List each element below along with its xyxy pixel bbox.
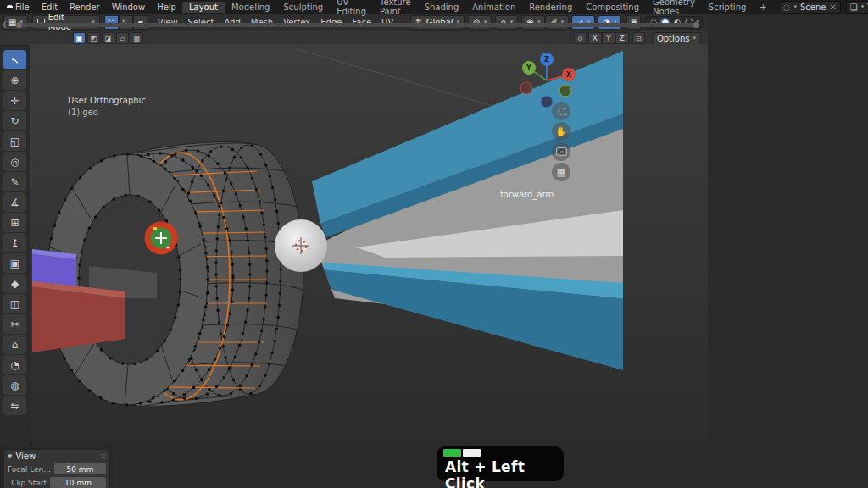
workspace-tab-scripting[interactable]: Scripting [702, 2, 753, 13]
workspace-tab-uv-editing[interactable]: UV Editing [330, 0, 373, 17]
scene-name: Scene [800, 3, 826, 12]
workspace-tab-animation[interactable]: Animation [465, 2, 522, 13]
view-section-title[interactable]: View [15, 452, 36, 461]
viewlayer-icon: ❏ [850, 3, 858, 12]
mirror-y-button[interactable]: Y [602, 32, 615, 44]
workspace-tab-sculpting[interactable]: Sculpting [276, 2, 330, 13]
timeline-scrollbar[interactable] [19, 23, 697, 27]
focal-length-field[interactable]: 50 mm [54, 463, 106, 474]
workspace-tab-compositing[interactable]: Compositing [579, 2, 646, 13]
camera-icon [556, 147, 567, 156]
camera-view-button[interactable] [552, 142, 570, 161]
workspace-add-button[interactable]: + [753, 2, 773, 13]
menu-window[interactable]: Window [106, 3, 151, 12]
keypress-tooltip: Alt + Left Click [437, 446, 564, 481]
tool-inset-faces[interactable]: ▣ [3, 253, 26, 273]
pan-nav-button[interactable]: ✋ [552, 122, 570, 141]
tool-cursor[interactable]: ⊕ [3, 70, 26, 90]
key-indicator-active [443, 449, 461, 457]
menu-edit[interactable]: Edit [36, 3, 64, 12]
active-object-name: (1) geo [68, 107, 146, 119]
menu-render[interactable]: Render [64, 3, 106, 12]
mirror-x-button[interactable]: X [588, 32, 602, 44]
toolbar: ↖ ⊕ ✛ ↻ ◱ ◎ ✎ ∡ ⊞ ↥ ▣ ◆ ◫ ✂ ⌂ ◔ ◍ ⇋ [0, 46, 31, 447]
zoom-nav-button[interactable] [552, 102, 570, 120]
tool-annotate[interactable]: ✎ [3, 172, 26, 191]
scene-selector[interactable]: ◌▾ Scene ✕ [779, 1, 841, 14]
workspace-tab-modeling[interactable]: Modeling [225, 2, 277, 13]
ortho-toggle-button[interactable]: ▦ [552, 163, 570, 181]
key-indicator [463, 449, 481, 457]
viewport-overlay-text: User Orthographic (1) geo [68, 95, 146, 119]
tool-spin[interactable]: ◔ [3, 355, 26, 374]
svg-text:Z: Z [544, 56, 549, 64]
select-mode-new-button[interactable]: ▣ [73, 32, 86, 44]
workspace-tab-shading[interactable]: Shading [418, 2, 466, 13]
mirror-z-button[interactable]: Z [615, 32, 629, 44]
tool-scale[interactable]: ◱ [3, 131, 26, 151]
region-expand-arrow[interactable]: ❮ [2, 20, 8, 28]
scene-icon: ◌ [783, 3, 791, 12]
snap-target-icon[interactable]: ⊡ [632, 32, 645, 44]
select-mode-intersect-button[interactable]: ▦ [131, 32, 143, 44]
workspace-tab-rendering[interactable]: Rendering [522, 2, 579, 13]
transform-pivot-icon[interactable]: ⊙ [574, 32, 587, 44]
tool-add-cube[interactable]: ⊞ [3, 213, 26, 232]
tool-bevel[interactable]: ◆ [3, 274, 26, 293]
svg-text:Y: Y [526, 64, 531, 72]
tool-smooth[interactable]: ◍ [3, 375, 26, 395]
select-mode-subtract-button[interactable]: ◪ [102, 32, 114, 44]
pin-icon[interactable]: ✕ [829, 3, 836, 12]
bone-name-label: forward_arm [500, 190, 554, 199]
clip-start-field[interactable]: 10 mm [50, 477, 106, 488]
menu-help[interactable]: Help [151, 3, 182, 12]
select-mode-extend-button[interactable]: ◩ [87, 32, 100, 44]
topbar: File Edit Render Window Help Layout Mode… [0, 0, 868, 14]
magnifier-icon [558, 108, 565, 115]
n-panel: ▼View:::: Focal Len... 50 mm Clip Start … [0, 447, 113, 488]
viewlayer-selector[interactable]: ❏▾ ViewLayer ✕ [846, 1, 868, 14]
tool-move[interactable]: ✛ [3, 91, 26, 110]
tool-transform[interactable]: ◎ [3, 152, 26, 171]
view-name: User Orthographic [68, 95, 146, 107]
view-section: ▼View:::: Focal Len... 50 mm Clip Start … [4, 450, 109, 488]
tool-loop-cut[interactable]: ◫ [3, 294, 26, 313]
select-mode-invert-button[interactable]: ▱ [116, 32, 129, 44]
tool-rotate[interactable]: ↻ [3, 111, 26, 130]
tooltip-text: Alt + Left Click [445, 458, 564, 488]
tool-edge-slide[interactable]: ⇋ [3, 396, 26, 415]
brush-ring [147, 225, 175, 252]
tool-extrude-region[interactable]: ↥ [3, 233, 26, 252]
menu-file[interactable]: File [9, 3, 36, 12]
workspace-tab-layout[interactable]: Layout [182, 2, 225, 13]
tool-measure[interactable]: ∡ [3, 192, 26, 212]
tool-knife[interactable]: ✂ [3, 314, 26, 334]
tool-options-dropdown[interactable]: Options▾ [652, 32, 701, 45]
workspace-tab-texture-paint[interactable]: Texture Paint [373, 0, 418, 17]
svg-text:X: X [566, 71, 572, 79]
viewport-3d[interactable]: Z X Y User Orthographic (1) geo forward_… [30, 44, 708, 442]
mode-label: Edit Mode [48, 13, 89, 31]
tool-poly-build[interactable]: ⌂ [3, 335, 26, 354]
tool-tweak-select[interactable]: ↖ [3, 50, 26, 69]
